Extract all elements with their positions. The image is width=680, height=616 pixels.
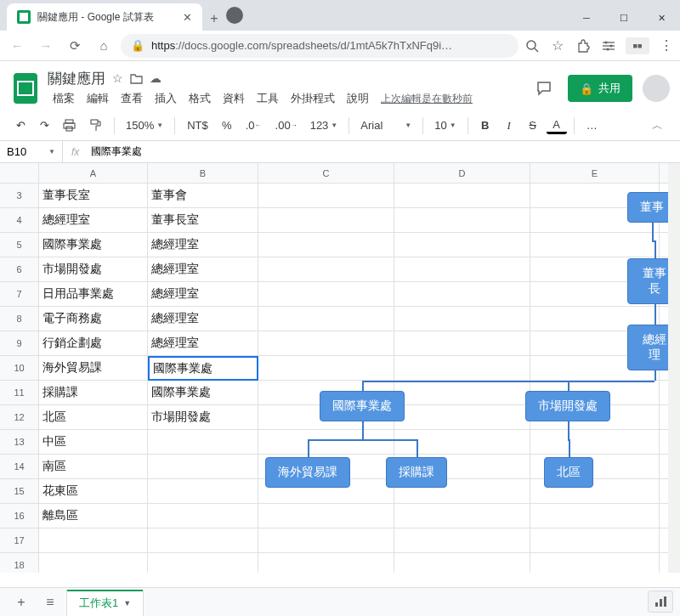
cell-D6[interactable] [394, 257, 530, 282]
row-header-12[interactable]: 12 [0, 405, 39, 430]
col-header-C[interactable]: C [258, 163, 394, 184]
star-doc-icon[interactable]: ☆ [112, 71, 123, 85]
last-edit[interactable]: 上次編輯是在數秒前 [381, 92, 473, 106]
cell-C12[interactable] [258, 405, 394, 430]
redo-button[interactable]: ↷ [34, 116, 54, 136]
home-button[interactable]: ⌂ [92, 34, 116, 58]
row-header-9[interactable]: 9 [0, 331, 39, 356]
cell-B13[interactable] [148, 430, 258, 455]
reload-button[interactable]: ⟳ [63, 34, 87, 58]
forward-button[interactable]: → [34, 34, 58, 58]
cell-E5[interactable] [530, 233, 660, 257]
new-tab-button[interactable]: + [202, 7, 226, 31]
cell-D9[interactable] [394, 331, 530, 356]
row-header-14[interactable]: 14 [0, 455, 39, 479]
cell-D15[interactable] [394, 479, 530, 504]
cell-A5[interactable]: 國際事業處 [39, 233, 148, 257]
decrease-decimal-button[interactable]: .0← [241, 116, 267, 136]
cell-D5[interactable] [394, 233, 530, 257]
col-header-D[interactable]: D [394, 163, 530, 184]
cell-C16[interactable] [258, 504, 394, 528]
extension-badge-icon[interactable]: ■■ [626, 37, 649, 54]
row-header-7[interactable]: 7 [0, 282, 39, 307]
avatar[interactable] [643, 75, 670, 102]
vertical-scrollbar[interactable] [668, 163, 680, 573]
bold-button[interactable]: B [475, 116, 496, 136]
cell-D14[interactable] [394, 455, 530, 479]
cell-C14[interactable] [258, 455, 394, 479]
doc-title[interactable]: 關鍵應用 [48, 69, 105, 88]
explore-button[interactable] [648, 591, 673, 613]
cell-A7[interactable]: 日用品事業處 [39, 282, 148, 307]
menu-help[interactable]: 說明 [342, 89, 374, 108]
cell-A16[interactable]: 離島區 [39, 504, 148, 528]
cell-C13[interactable] [258, 430, 394, 455]
cell-B10[interactable]: 國際事業處 [148, 356, 258, 381]
col-header-E[interactable]: E [530, 163, 660, 184]
star-icon[interactable]: ☆ [549, 37, 566, 54]
cell-C15[interactable] [258, 479, 394, 504]
cell-B16[interactable] [148, 504, 258, 528]
currency-button[interactable]: NT$ [182, 116, 213, 136]
formula-input[interactable]: 國際事業處 [88, 144, 680, 159]
cell-B3[interactable]: 董事會 [148, 184, 258, 208]
row-header-4[interactable]: 4 [0, 208, 39, 233]
cell-E18[interactable] [530, 553, 660, 573]
cell-A17[interactable] [39, 528, 148, 553]
menu-tools[interactable]: 工具 [252, 89, 284, 108]
minimize-button[interactable]: ─ [568, 5, 605, 31]
row-header-10[interactable]: 10 [0, 356, 39, 381]
back-button[interactable]: ← [5, 34, 29, 58]
cell-A12[interactable]: 北區 [39, 405, 148, 430]
increase-decimal-button[interactable]: .00→ [270, 116, 303, 136]
cell-C11[interactable] [258, 381, 394, 405]
cell-B4[interactable]: 董事長室 [148, 208, 258, 233]
cell-E9[interactable] [530, 331, 660, 356]
name-box[interactable]: B10▼ [0, 141, 63, 162]
collapse-toolbar-button[interactable]: ︿ [645, 115, 670, 137]
cell-E10[interactable] [530, 356, 660, 381]
menu-view[interactable]: 查看 [116, 89, 148, 108]
col-header-A[interactable]: A [39, 163, 148, 184]
cell-C7[interactable] [258, 282, 394, 307]
cell-D3[interactable] [394, 184, 530, 208]
select-all-corner[interactable] [0, 163, 39, 184]
cell-B9[interactable]: 總經理室 [148, 331, 258, 356]
chrome-menu-icon[interactable]: ⋮ [658, 37, 675, 54]
row-header-11[interactable]: 11 [0, 381, 39, 405]
cell-D18[interactable] [394, 553, 530, 573]
italic-button[interactable]: I [499, 116, 519, 136]
cell-E15[interactable] [530, 479, 660, 504]
strike-button[interactable]: S [523, 116, 543, 136]
print-button[interactable] [58, 116, 81, 136]
cell-B14[interactable] [148, 455, 258, 479]
cell-E6[interactable] [530, 257, 660, 282]
cell-D8[interactable] [394, 307, 530, 331]
cell-E8[interactable] [530, 307, 660, 331]
cell-D10[interactable] [394, 356, 530, 381]
equalizer-icon[interactable] [600, 37, 617, 54]
comments-button[interactable] [530, 75, 558, 102]
cell-C9[interactable] [258, 331, 394, 356]
cell-E11[interactable] [530, 381, 660, 405]
cell-A3[interactable]: 董事長室 [39, 184, 148, 208]
extensions-icon[interactable] [575, 37, 592, 54]
cell-D17[interactable] [394, 528, 530, 553]
row-header-17[interactable]: 17 [0, 528, 39, 553]
close-icon[interactable]: ✕ [183, 11, 192, 24]
row-header-18[interactable]: 18 [0, 553, 39, 573]
cell-D16[interactable] [394, 504, 530, 528]
cell-B6[interactable]: 總經理室 [148, 257, 258, 282]
row-header-15[interactable]: 15 [0, 479, 39, 504]
row-header-8[interactable]: 8 [0, 307, 39, 331]
text-color-button[interactable]: A [547, 117, 567, 134]
cell-B11[interactable]: 國際事業處 [148, 381, 258, 405]
menu-format[interactable]: 格式 [184, 89, 216, 108]
cell-B18[interactable] [148, 553, 258, 573]
cell-C18[interactable] [258, 553, 394, 573]
cell-D7[interactable] [394, 282, 530, 307]
cell-A6[interactable]: 市場開發處 [39, 257, 148, 282]
menu-addons[interactable]: 外掛程式 [286, 89, 340, 108]
cell-D12[interactable] [394, 405, 530, 430]
row-header-13[interactable]: 13 [0, 430, 39, 455]
